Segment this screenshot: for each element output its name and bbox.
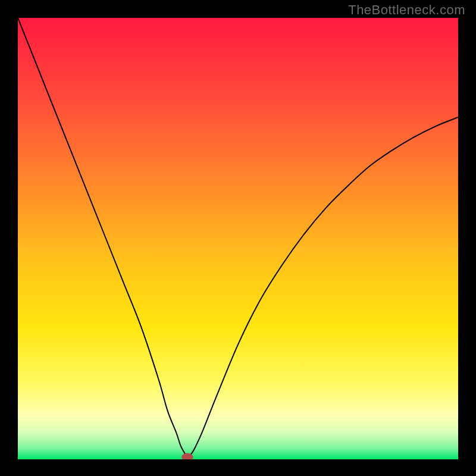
- chart-frame: TheBottleneck.com: [0, 0, 476, 476]
- chart-svg: [18, 18, 458, 459]
- gradient-background: [18, 18, 458, 459]
- plot-area: [18, 18, 458, 459]
- watermark-text: TheBottleneck.com: [348, 2, 465, 18]
